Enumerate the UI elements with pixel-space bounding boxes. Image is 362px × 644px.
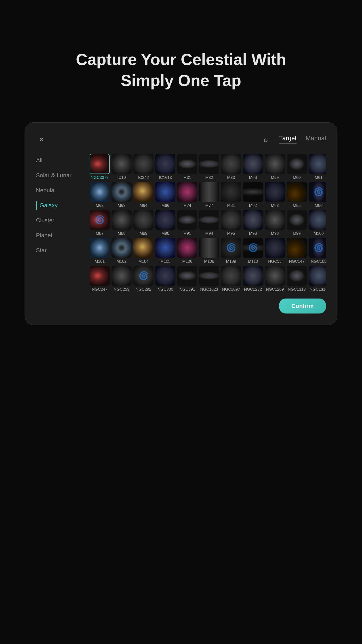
- grid-cell-m58[interactable]: M58: [243, 154, 263, 180]
- cell-label-m83: M83: [271, 203, 279, 208]
- grid-cell-ngc55[interactable]: NGC55: [265, 238, 285, 264]
- grid-cell-ngc292[interactable]: 🌀NGC292: [133, 266, 153, 292]
- cell-label-m88: M88: [117, 231, 125, 236]
- grid-cell-ngc891[interactable]: NGC891: [177, 266, 197, 292]
- modal-header: × ⌕ Target Manual: [36, 134, 326, 145]
- grid-cell-m89[interactable]: M89: [133, 210, 153, 236]
- grid-cell-ngc1232[interactable]: NGC1232: [243, 266, 263, 292]
- object-grid-area: NGC3372IC10IC342IC1613M31M32M33M58M59M60…: [90, 154, 326, 292]
- grid-cell-ic10[interactable]: IC10: [111, 154, 132, 180]
- grid-cell-m85[interactable]: M85: [287, 182, 307, 208]
- sidebar-item-nebula[interactable]: Nebula: [36, 186, 81, 195]
- grid-cell-m91[interactable]: M91: [177, 210, 197, 236]
- grid-cell-m109[interactable]: 🌀M109: [221, 238, 241, 264]
- cell-label-m63: M63: [117, 203, 125, 208]
- cell-label-m31: M31: [183, 175, 191, 180]
- cell-label-m99: M99: [293, 231, 301, 236]
- grid-cell-m88[interactable]: M88: [111, 210, 132, 236]
- grid-cell-m90[interactable]: M90: [155, 210, 175, 236]
- grid-cell-m64[interactable]: M64: [133, 182, 153, 208]
- cell-label-m110: M110: [248, 259, 258, 264]
- grid-cell-m104[interactable]: M104: [133, 238, 153, 264]
- grid-cell-m110[interactable]: 🌀M110: [243, 238, 263, 264]
- grid-cell-m81[interactable]: M81: [221, 182, 241, 208]
- cell-label-m81: M81: [227, 203, 235, 208]
- cell-label-ngc1023: NGC1023: [200, 287, 218, 292]
- cell-label-ngc292: NGC292: [136, 287, 151, 292]
- grid-cell-m82[interactable]: M82: [243, 182, 263, 208]
- cell-label-ngc3372: NGC3372: [91, 175, 109, 180]
- cell-label-ngc1313: NGC1313: [288, 287, 306, 292]
- sidebar-item-galaxy[interactable]: Galaxy: [36, 201, 81, 210]
- grid-cell-m59[interactable]: M59: [265, 154, 285, 180]
- cell-label-m85: M85: [293, 203, 301, 208]
- grid-cell-m98[interactable]: M98: [265, 210, 285, 236]
- sidebar-item-star[interactable]: Star: [36, 246, 81, 255]
- grid-cell-ngc247[interactable]: NGC247: [90, 266, 110, 292]
- cell-label-ngc1316: NGC1316: [310, 287, 326, 292]
- cell-label-m94: M94: [205, 231, 213, 236]
- cell-label-m89: M89: [139, 231, 147, 236]
- grid-cell-m100[interactable]: M100: [309, 210, 326, 236]
- grid-cell-m77[interactable]: M77: [199, 182, 219, 208]
- confirm-button[interactable]: Confirm: [279, 298, 326, 314]
- grid-cell-m33[interactable]: M33: [221, 154, 241, 180]
- grid-cell-m101[interactable]: M101: [90, 238, 110, 264]
- grid-cell-ngc185[interactable]: 🌀NGC185: [309, 238, 326, 264]
- grid-cell-ic342[interactable]: IC342: [133, 154, 153, 180]
- grid-cell-ngc253[interactable]: NGC253: [111, 266, 132, 292]
- cell-label-m100: M100: [314, 231, 324, 236]
- grid-cell-m96[interactable]: M96: [243, 210, 263, 236]
- grid-cell-m99[interactable]: M99: [287, 210, 307, 236]
- grid-cell-m62[interactable]: M62: [90, 182, 110, 208]
- close-button[interactable]: ×: [36, 134, 47, 145]
- grid-cell-ngc1269[interactable]: NGC1269: [265, 266, 285, 292]
- cell-label-ngc1232: NGC1232: [244, 287, 262, 292]
- search-icon[interactable]: ⌕: [264, 135, 268, 144]
- grid-cell-m95[interactable]: M95: [221, 210, 241, 236]
- grid-cell-ngc1316[interactable]: NGC1316: [309, 266, 326, 292]
- grid-cell-m94[interactable]: M94: [199, 210, 219, 236]
- grid-cell-m108[interactable]: M108: [199, 238, 219, 264]
- grid-cell-ngc1023[interactable]: NGC1023: [199, 266, 219, 292]
- grid-cell-ngc300[interactable]: NGC300: [155, 266, 175, 292]
- tab-target[interactable]: Target: [279, 134, 297, 144]
- sidebar-item-planet[interactable]: Planet: [36, 231, 81, 240]
- cell-label-ngc300: NGC300: [158, 287, 173, 292]
- grid-cell-m106[interactable]: M106: [177, 238, 197, 264]
- cell-label-m87: M87: [96, 231, 103, 236]
- cell-label-m104: M104: [138, 259, 148, 264]
- grid-cell-ic1613[interactable]: IC1613: [155, 154, 175, 180]
- cell-label-m59: M59: [271, 175, 279, 180]
- header-right: ⌕ Target Manual: [264, 134, 326, 144]
- cell-label-ngc253: NGC253: [114, 287, 129, 292]
- cell-label-m102: M102: [116, 259, 126, 264]
- grid-cell-m105[interactable]: M105: [155, 238, 175, 264]
- cell-label-m86: M86: [315, 203, 323, 208]
- grid-cell-ngc1097[interactable]: NGC1097: [221, 266, 241, 292]
- sidebar-item-solar[interactable]: Solar & Lunar: [36, 171, 81, 180]
- cell-label-m77: M77: [205, 203, 213, 208]
- cell-label-m32: M32: [205, 175, 213, 180]
- cell-label-ngc55: NGC55: [268, 259, 282, 264]
- grid-cell-m66[interactable]: M66: [155, 182, 175, 208]
- tab-manual[interactable]: Manual: [306, 134, 326, 144]
- cell-label-m66: M66: [161, 203, 169, 208]
- cell-label-ic342: IC342: [138, 175, 149, 180]
- grid-cell-ngc147[interactable]: NGC147: [287, 238, 307, 264]
- grid-cell-m31[interactable]: M31: [177, 154, 197, 180]
- sidebar-item-cluster[interactable]: Cluster: [36, 216, 81, 225]
- grid-cell-m83[interactable]: M83: [265, 182, 285, 208]
- grid-cell-m87[interactable]: 🌀M87: [90, 210, 110, 236]
- grid-cell-m32[interactable]: M32: [199, 154, 219, 180]
- grid-cell-m102[interactable]: M102: [111, 238, 132, 264]
- grid-cell-m63[interactable]: M63: [111, 182, 132, 208]
- grid-cell-ngc3372[interactable]: NGC3372: [90, 154, 110, 180]
- grid-cell-m74[interactable]: M74: [177, 182, 197, 208]
- sidebar: All Solar & Lunar Nebula Galaxy Cluster …: [36, 154, 81, 292]
- grid-cell-ngc1313[interactable]: NGC1313: [287, 266, 307, 292]
- grid-cell-m86[interactable]: 🌀M86: [309, 182, 326, 208]
- grid-cell-m60[interactable]: M60: [287, 154, 307, 180]
- sidebar-item-all[interactable]: All: [36, 156, 81, 165]
- grid-cell-m61[interactable]: M61: [309, 154, 326, 180]
